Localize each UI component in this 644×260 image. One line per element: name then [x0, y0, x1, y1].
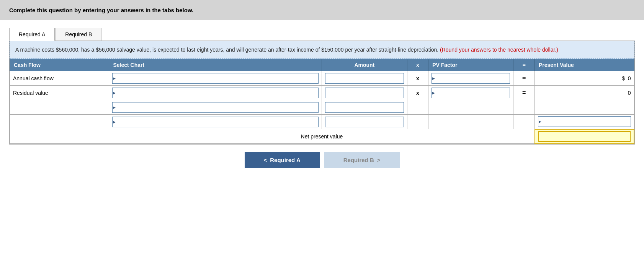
equals-cell-3 [513, 100, 535, 115]
btn-required-b[interactable]: Required B > [324, 152, 400, 168]
table-row: Annual cash flow x [10, 71, 634, 86]
x-symbol-4 [407, 115, 428, 129]
tab-required-b[interactable]: Required B [56, 28, 101, 41]
instruction-banner: Complete this question by entering your … [0, 0, 644, 20]
select-chart-cell-1[interactable] [109, 71, 322, 86]
select-chart-cell-4[interactable] [109, 115, 322, 129]
pv-result-input-4[interactable] [538, 116, 631, 127]
select-chart-cell-2[interactable] [109, 86, 322, 100]
equals-cell-2: = [513, 86, 535, 100]
description-note: (Round your answers to the nearest whole… [440, 47, 558, 53]
tabs-container: Required A Required B [9, 28, 635, 41]
select-chart-wrapper-1[interactable] [112, 73, 319, 84]
select-chart-wrapper-4[interactable] [112, 117, 319, 127]
description-main-text: A machine costs $560,000, has a $56,000 … [15, 47, 438, 53]
chevron-right-icon: > [377, 157, 381, 163]
npv-label-left [10, 129, 109, 144]
dollar-sign-1: $ [622, 75, 625, 81]
amount-input-1[interactable] [325, 73, 404, 84]
btn-required-a[interactable]: < Required A [245, 152, 320, 168]
header-pv-factor: PV Factor [428, 59, 513, 71]
present-value-cell-4[interactable] [535, 115, 634, 129]
cash-flow-label-3 [10, 100, 109, 115]
select-chart-dropdown-3[interactable] [112, 102, 319, 113]
x-symbol-1: x [407, 71, 428, 86]
equals-cell-4 [513, 115, 535, 129]
equals-cell-1: = [513, 71, 535, 86]
select-chart-dropdown-4[interactable] [112, 117, 319, 127]
present-value-cell-3 [535, 100, 634, 115]
select-chart-wrapper-2[interactable] [112, 88, 319, 98]
npv-value-cell[interactable] [535, 129, 634, 144]
tab-required-a-label: Required A [19, 31, 45, 37]
select-chart-dropdown-1[interactable] [112, 73, 319, 84]
x-symbol-2: x [407, 86, 428, 100]
tab-required-b-label: Required B [65, 31, 92, 37]
amount-cell-3[interactable] [322, 100, 407, 115]
header-x: x [407, 59, 428, 71]
table-header-row: Cash Flow Select Chart Amount x PV Facto [10, 59, 634, 71]
cash-flow-label-1: Annual cash flow [10, 71, 109, 86]
select-chart-wrapper-3[interactable] [112, 102, 319, 113]
present-value-cell-1: $ 0 [535, 71, 634, 86]
cash-flow-label-2: Residual value [10, 86, 109, 100]
cash-flow-table: Cash Flow Select Chart Amount x PV Facto [10, 59, 634, 144]
select-chart-dropdown-2[interactable] [112, 88, 319, 98]
amount-input-2[interactable] [325, 88, 404, 98]
header-select-chart: Select Chart [109, 59, 322, 71]
npv-row: Net present value [10, 129, 634, 144]
table-row [10, 100, 634, 115]
select-chart-cell-3[interactable] [109, 100, 322, 115]
amount-cell-4[interactable] [322, 115, 407, 129]
pv-factor-input-2[interactable] [432, 88, 510, 98]
amount-cell-1[interactable] [322, 71, 407, 86]
pv-factor-cell-4 [428, 115, 513, 129]
header-cash-flow: Cash Flow [10, 59, 109, 71]
tab-content-area: A machine costs $560,000, has a $56,000 … [9, 41, 635, 145]
cash-flow-label-4 [10, 115, 109, 129]
table-row [10, 115, 634, 129]
present-value-2: 0 [628, 90, 631, 96]
npv-value-input[interactable] [538, 131, 631, 142]
pv-factor-wrapper-2[interactable] [432, 88, 510, 98]
table-row: Residual value x [10, 86, 634, 100]
instruction-text: Complete this question by entering your … [9, 7, 193, 13]
amount-input-3[interactable] [325, 102, 404, 113]
btn-required-b-label: Required B [343, 157, 374, 163]
npv-label: Net present value [109, 129, 535, 144]
present-value-1: 0 [628, 75, 631, 81]
description-box: A machine costs $560,000, has a $56,000 … [10, 41, 634, 59]
btn-required-a-label: Required A [270, 157, 300, 163]
pv-factor-cell-3 [428, 100, 513, 115]
amount-cell-2[interactable] [322, 86, 407, 100]
chevron-left-icon: < [264, 157, 267, 163]
main-content: Required A Required B A machine costs $5… [0, 20, 644, 179]
present-value-cell-2: 0 [535, 86, 634, 100]
pv-factor-cell-1[interactable] [428, 71, 513, 86]
pv-factor-input-1[interactable] [432, 73, 510, 84]
pv-result-wrapper-4[interactable] [538, 116, 631, 127]
pv-factor-wrapper-1[interactable] [432, 73, 510, 84]
pv-factor-cell-2[interactable] [428, 86, 513, 100]
header-equals: = [513, 59, 535, 71]
table-section: Cash Flow Select Chart Amount x PV Facto [10, 59, 634, 144]
tab-required-a[interactable]: Required A [9, 28, 55, 41]
amount-input-4[interactable] [325, 117, 404, 127]
header-present-value: Present Value [535, 59, 634, 71]
header-amount: Amount [322, 59, 407, 71]
bottom-nav: < Required A Required B > [9, 145, 635, 172]
x-symbol-3 [407, 100, 428, 115]
